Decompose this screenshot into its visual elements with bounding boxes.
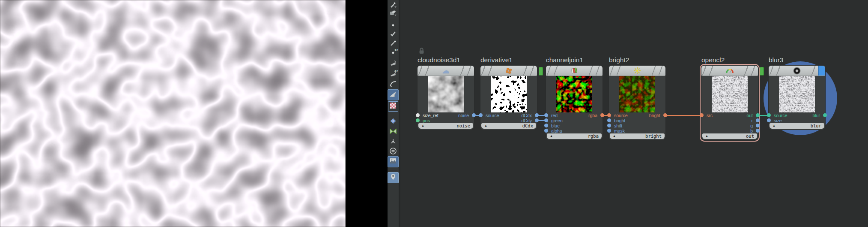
input-port-mask[interactable] xyxy=(607,129,611,133)
tool-fan-tool[interactable] xyxy=(388,138,398,147)
tool-curve-tool[interactable] xyxy=(388,80,398,89)
node-channeljoin1[interactable]: redgreenbluealphargba▲rgba xyxy=(546,66,603,140)
node-cloudnoise3d1[interactable]: ☁size_refposnoise▲noise xyxy=(418,66,474,130)
node-footer-bar[interactable]: ▲out xyxy=(702,133,757,139)
tool-snapshot-tool[interactable] xyxy=(388,148,398,156)
tool-view-brush-tool[interactable] xyxy=(388,1,398,9)
blurdot-icon xyxy=(769,66,825,76)
gauge-icon xyxy=(701,66,758,76)
collapse-toggle-icon[interactable]: ▲ xyxy=(421,124,424,127)
node-title: blur3 xyxy=(769,56,783,64)
stroke-check-tool-icon xyxy=(389,30,397,39)
node-title: opencl2 xyxy=(701,56,725,64)
output-port-dCdy[interactable] xyxy=(535,118,539,122)
output-port-blur[interactable] xyxy=(823,113,827,117)
template-flag[interactable] xyxy=(539,67,543,76)
tool-stroke-check-tool[interactable] xyxy=(388,30,398,39)
output-port-out[interactable] xyxy=(756,113,760,117)
curve-tool-icon xyxy=(389,80,397,89)
output-port-noise[interactable] xyxy=(472,113,476,117)
output-port-row: bright xyxy=(609,113,665,118)
tool-point-tool[interactable] xyxy=(388,21,398,30)
collapse-toggle-icon[interactable]: ▲ xyxy=(550,134,553,137)
node-title: channeljoin1 xyxy=(546,56,583,64)
node-titlebar[interactable] xyxy=(769,66,825,76)
tool-diamond-tool[interactable] xyxy=(388,118,398,126)
input-port-row: size xyxy=(769,118,825,123)
port-label: bright xyxy=(649,113,660,118)
tool-smudge-count-tool[interactable]: 12 xyxy=(388,70,398,79)
output-port-row: dCdy xyxy=(480,118,537,123)
toolbar-separator xyxy=(389,170,397,170)
input-port-shift[interactable] xyxy=(607,124,611,127)
view-brush-tool-icon xyxy=(389,0,397,10)
tool-pin-tool[interactable] xyxy=(388,172,399,183)
node-titlebar[interactable]: ☁ xyxy=(418,66,474,76)
input-port-bright[interactable] xyxy=(607,118,611,122)
node-derivative1[interactable]: sourcedCdxdCdy▲dCdx xyxy=(480,66,537,130)
input-port-blue[interactable] xyxy=(544,124,548,127)
input-port-size[interactable] xyxy=(767,118,771,122)
input-port-row: pos xyxy=(418,118,474,123)
collapse-toggle-icon[interactable]: ▲ xyxy=(773,124,776,127)
node-titlebar[interactable] xyxy=(701,66,758,76)
tool-smooth-stroke-tool[interactable] xyxy=(388,89,399,100)
channels-icon xyxy=(546,66,603,76)
footer-output-label: out xyxy=(746,133,754,139)
output-port-b[interactable] xyxy=(756,129,760,133)
diamond-tool-icon xyxy=(389,117,397,127)
output-port-g[interactable] xyxy=(756,124,760,127)
node-titlebar[interactable] xyxy=(546,66,603,76)
checker-pattern-tool-icon xyxy=(389,102,397,111)
node-thumbnail xyxy=(428,76,464,112)
node-footer-bar[interactable]: ▲bright xyxy=(610,133,665,139)
smooth-stroke-tool-icon xyxy=(389,90,397,100)
input-port-row: bright xyxy=(609,118,665,123)
node-blur3[interactable]: sourcesizeblur▲blur xyxy=(769,66,825,130)
point-tool-icon xyxy=(389,21,397,30)
output-port-row: r xyxy=(701,118,758,123)
node-opencl2[interactable]: srcoutrgb▲out xyxy=(701,66,758,140)
output-port-rgba[interactable] xyxy=(600,113,604,117)
template-flag[interactable] xyxy=(760,67,764,76)
port-label: noise xyxy=(458,113,469,118)
footer-output-label: blur xyxy=(811,123,821,129)
node-footer-bar[interactable]: ▲blur xyxy=(770,123,824,129)
fan-tool-icon xyxy=(389,138,397,147)
input-port-alpha[interactable] xyxy=(544,129,548,133)
tool-image-view-tool[interactable] xyxy=(388,156,399,167)
output-port-row: g xyxy=(701,123,758,128)
app-window: 1212 cloudnoise3d1☁size_refposnoise▲nois… xyxy=(0,0,868,227)
tool-pen-tool[interactable] xyxy=(388,39,398,48)
collapse-toggle-icon[interactable]: ▲ xyxy=(484,124,487,127)
output-port-row: dCdx xyxy=(480,113,537,118)
node-footer-bar[interactable]: ▲dCdx xyxy=(481,123,536,129)
input-port-pos[interactable] xyxy=(416,118,420,122)
tool-checker-pattern-tool[interactable] xyxy=(388,101,398,112)
footer-output-label: bright xyxy=(645,133,662,139)
collapse-toggle-icon[interactable]: ▲ xyxy=(705,134,708,137)
collapse-toggle-icon[interactable]: ▲ xyxy=(613,134,616,137)
node-footer-bar[interactable]: ▲noise xyxy=(418,123,473,129)
network-editor[interactable]: cloudnoise3d1☁size_refposnoise▲noisederi… xyxy=(400,0,868,227)
node-titlebar[interactable] xyxy=(609,66,665,76)
output-port-dCdx[interactable] xyxy=(535,113,539,117)
output-port-r[interactable] xyxy=(756,118,760,122)
footer-output-label: rgba xyxy=(588,133,599,139)
input-port-row: shift xyxy=(609,123,665,128)
toolbar: 1212 xyxy=(388,0,399,227)
tool-paint-brush-tool[interactable] xyxy=(388,9,398,18)
input-port-green[interactable] xyxy=(544,118,548,122)
cloud-icon: ☁ xyxy=(418,66,474,76)
pen-tool-icon xyxy=(389,39,397,48)
node-footer-bar[interactable]: ▲rgba xyxy=(547,133,602,139)
input-port-row: green xyxy=(546,118,603,123)
node-bright2[interactable]: sourcebrightshiftmaskbright▲bright xyxy=(609,66,665,140)
tool-point-count-tool[interactable]: 12 xyxy=(388,49,398,58)
tool-bowtie-tool[interactable] xyxy=(388,128,398,136)
output-port-bright[interactable] xyxy=(663,113,667,117)
display-flag[interactable] xyxy=(818,66,825,76)
node-titlebar[interactable] xyxy=(480,66,537,76)
composite-viewport[interactable] xyxy=(0,0,346,227)
tool-smudge-tool[interactable] xyxy=(388,59,398,68)
